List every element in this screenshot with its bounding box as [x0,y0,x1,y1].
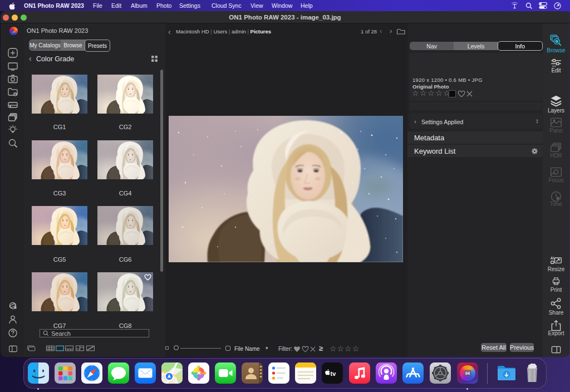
svg-text:tv: tv [331,370,337,377]
svg-text:AI: AI [551,256,554,260]
